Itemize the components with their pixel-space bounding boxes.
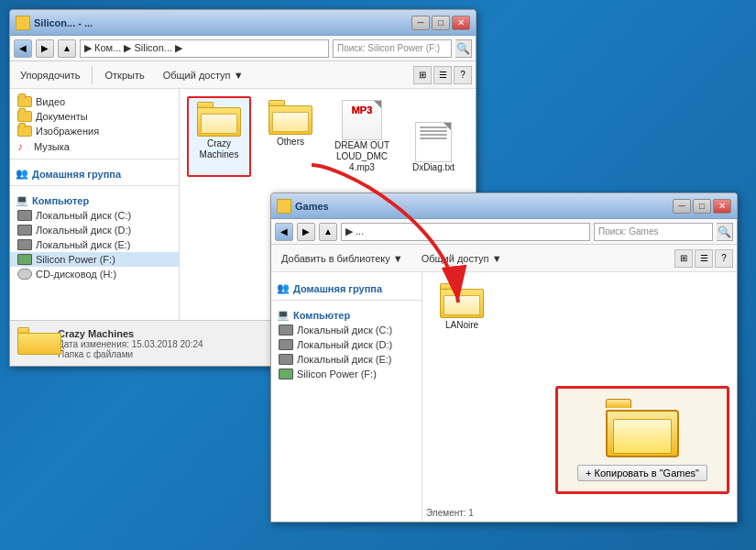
hdd-icon (17, 254, 32, 265)
computer-label: Компьютер (32, 195, 89, 206)
drive-h[interactable]: CD-дисковод (H:) (10, 267, 179, 281)
titlebar-controls-games: ─ □ ✕ (673, 199, 731, 214)
drive-e-games[interactable]: Локальный диск (E:) (271, 352, 422, 367)
drop-target-area[interactable]: + Копировать в "Games" (555, 386, 729, 494)
file-label-dxdiag: DxDiag.txt (412, 162, 455, 173)
forward-button-games[interactable]: ▶ (297, 223, 315, 241)
hdd-icon-f (279, 368, 293, 380)
music-icon: ♪ (17, 140, 30, 153)
view-icon1[interactable]: ⊞ (413, 66, 432, 84)
help-btn[interactable]: ? (454, 66, 472, 84)
back-button[interactable]: ◀ (14, 39, 32, 58)
open-button[interactable]: Открыть (98, 67, 150, 83)
sidebar-games: 👥 Домашняя группа 💻 Компьютер Локальный … (271, 272, 422, 522)
statusbar-date: Дата изменения: 15.03.2018 20:24 (58, 339, 203, 349)
txt-line (420, 138, 447, 139)
window-title: Silicon... - ... (34, 17, 93, 28)
search-icon-games[interactable]: 🔍 (717, 223, 733, 241)
sidebar-item-video[interactable]: Видео (10, 94, 179, 109)
desktop: Silicon... - ... ─ □ ✕ ◀ ▶ ▲ ▶ Ком... ▶ … (0, 0, 756, 550)
search-icon[interactable]: 🔍 (455, 39, 472, 58)
sidebar-label-music: Музыка (34, 141, 70, 152)
element-count: Элемент: 1 (426, 508, 474, 518)
drive-d-games[interactable]: Локальный диск (D:) (271, 337, 422, 352)
view-icon2[interactable]: ☰ (433, 66, 452, 84)
cd-icon (17, 269, 32, 280)
hdd-icon-c (279, 324, 293, 336)
folder-inner (272, 112, 309, 132)
drive-e-label: Локальный диск (E:) (36, 239, 131, 250)
share-button-games[interactable]: Общий доступ ▼ (415, 250, 509, 267)
file-area-games: LANoire + Копировать в "Games" Элемент: … (422, 272, 737, 522)
computer-header[interactable]: 💻 Компьютер (10, 190, 179, 208)
file-label-lanoire: LANoire (445, 320, 478, 331)
mp3-icon: MP3 (342, 100, 382, 140)
hdd-icon (17, 225, 32, 236)
minimize-button[interactable]: ─ (411, 16, 430, 30)
file-lanoire[interactable]: LANoire (430, 280, 494, 335)
folder-icon-lanoire (440, 283, 484, 318)
doc-corner (374, 101, 381, 108)
close-button[interactable]: ✕ (452, 16, 470, 30)
folder-icon (17, 111, 32, 122)
file-label-others: Others (277, 137, 304, 148)
toolbar-games: Добавить в библиотеку ▼ Общий доступ ▼ ⊞… (271, 245, 737, 272)
address-path[interactable]: ▶ Ком... ▶ Silicon... ▶ (80, 39, 329, 58)
forward-button[interactable]: ▶ (36, 39, 54, 58)
maximize-button-games[interactable]: □ (693, 199, 711, 214)
file-dxdiag[interactable]: DxDiag.txt (401, 118, 466, 177)
homegroup-header[interactable]: 👥 Домашняя группа (10, 163, 179, 182)
up-button[interactable]: ▲ (58, 39, 76, 58)
sidebar-item-documents[interactable]: Документы (10, 109, 179, 124)
txt-line (420, 134, 447, 136)
doc-corner (444, 123, 451, 130)
file-others[interactable]: Others (258, 96, 323, 177)
copy-to-button[interactable]: + Копировать в "Games" (577, 465, 707, 481)
statusbar-type: Папка с файлами (58, 349, 203, 359)
view-icon-games1[interactable]: ⊞ (674, 249, 693, 268)
search-box-games[interactable]: Поиск: Games (594, 223, 713, 241)
folder-icon-large (197, 102, 241, 137)
toolbar-silicon: Упорядочить Открыть Общий доступ ▼ ⊞ ☰ ? (10, 61, 476, 89)
folder-inner (444, 295, 480, 315)
drive-c-games[interactable]: Локальный диск (C:) (271, 323, 422, 337)
drive-c[interactable]: Локальный диск (C:) (10, 208, 179, 223)
divider-games (271, 300, 422, 301)
address-bar-games: ◀ ▶ ▲ ▶ ... Поиск: Games 🔍 (271, 219, 737, 245)
homegroup-header-games[interactable]: 👥 Домашняя группа (271, 278, 422, 296)
drive-f-label: Silicon Power (F:) (36, 254, 115, 265)
drive-e[interactable]: Локальный диск (E:) (10, 237, 179, 252)
statusbar-icon (17, 327, 50, 355)
drive-d-label: Локальный диск (D:) (36, 225, 131, 236)
search-box[interactable]: Поиск: Silicon Power (F:) (333, 39, 452, 58)
separator1 (92, 66, 93, 84)
file-crazy-machines[interactable]: Crazy Machines (187, 96, 251, 177)
address-path-games[interactable]: ▶ ... (341, 223, 590, 241)
close-button-games[interactable]: ✕ (713, 199, 731, 214)
drive-d[interactable]: Локальный диск (D:) (10, 223, 179, 237)
drive-f[interactable]: Silicon Power (F:) (10, 252, 179, 267)
organize-button[interactable]: Упорядочить (14, 67, 86, 83)
hdd-icon (17, 239, 32, 250)
window-title-games: Games (295, 201, 329, 212)
sidebar-item-music[interactable]: ♪ Музыка (10, 138, 179, 155)
drive-f-games[interactable]: Silicon Power (F:) (271, 367, 422, 381)
file-label-crazy: Crazy Machines (192, 138, 246, 160)
sidebar-item-images[interactable]: Изображения (10, 124, 179, 138)
help-btn-games[interactable]: ? (715, 249, 733, 268)
folder-icon (17, 126, 32, 137)
titlebar-controls: ─ □ ✕ (411, 16, 470, 30)
computer-header-games[interactable]: 💻 Компьютер (271, 304, 422, 323)
file-mp3[interactable]: MP3 DREAM OUT LOUD_DMC 4.mp3 (330, 96, 394, 177)
up-button-games[interactable]: ▲ (319, 223, 337, 241)
share-button[interactable]: Общий доступ ▼ (157, 67, 250, 83)
toolbar-right: ⊞ ☰ ? (413, 66, 472, 84)
titlebar-left: Silicon... - ... (16, 16, 93, 30)
view-icon-games2[interactable]: ☰ (695, 249, 713, 268)
maximize-button[interactable]: □ (432, 16, 450, 30)
divider1 (10, 159, 179, 160)
main-content-games: 👥 Домашняя группа 💻 Компьютер Локальный … (271, 272, 737, 522)
minimize-button-games[interactable]: ─ (673, 199, 691, 214)
library-button[interactable]: Добавить в библиотеку ▼ (275, 250, 410, 267)
back-button-games[interactable]: ◀ (275, 223, 293, 241)
